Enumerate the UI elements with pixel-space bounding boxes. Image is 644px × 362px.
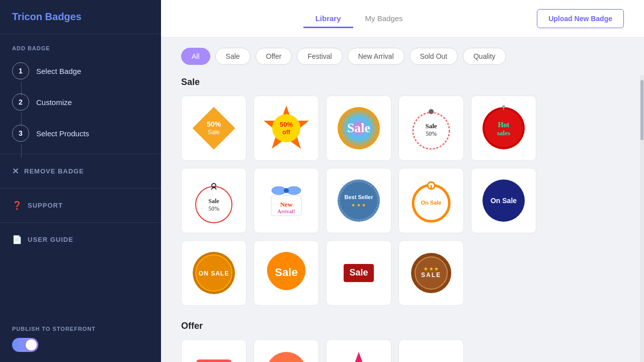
sidebar: Tricon Badges ADD BADGE 1 Select Badge 2… — [0, 0, 161, 362]
svg-text:50%: 50% — [207, 120, 221, 128]
badge-sale-6[interactable]: Sale 50% — [181, 168, 247, 233]
filter-sale[interactable]: Sale — [215, 48, 251, 65]
badge-sale-13[interactable]: Sale — [326, 240, 391, 306]
publish-toggle-container — [12, 338, 149, 352]
scroll-indicator[interactable] — [640, 75, 644, 362]
add-badge-section-label: ADD BADGE — [0, 34, 161, 55]
filter-offer[interactable]: Offer — [256, 48, 292, 65]
upload-new-badge-button[interactable]: Upload New Badge — [537, 9, 624, 28]
toggle-knob — [26, 339, 37, 350]
scroll-thumb — [640, 80, 643, 140]
badge-sale-11[interactable]: ON SALE — [181, 240, 247, 306]
badge-sale-2[interactable]: 50% off — [254, 96, 319, 161]
badge-sale-4[interactable]: Sale 50% — [398, 96, 464, 161]
tab-my-badges[interactable]: My Badges — [353, 10, 415, 28]
svg-rect-0 — [193, 107, 235, 150]
filter-quality[interactable]: Quality — [463, 48, 506, 65]
svg-point-32 — [340, 182, 378, 220]
badge-sale-7[interactable]: New Arrival! — [254, 168, 319, 233]
offer-badge-3[interactable]: OFFER — [326, 339, 391, 362]
badge-sale-12[interactable]: Sale — [254, 240, 319, 306]
svg-text:50%: 50% — [426, 130, 437, 137]
svg-text:Sale: Sale — [208, 129, 220, 136]
svg-text:★ ★ ★: ★ ★ ★ — [351, 203, 366, 208]
svg-text:off: off — [282, 129, 290, 136]
svg-text:Sale: Sale — [349, 267, 368, 278]
remove-badge-icon: ✕ — [12, 166, 19, 176]
svg-point-4 — [272, 114, 300, 142]
publish-label: PUBLISH TO STOREFRONT — [12, 326, 149, 332]
tab-group: Library My Badges — [181, 10, 537, 28]
svg-point-13 — [429, 109, 434, 114]
svg-text:On Sale: On Sale — [491, 197, 517, 205]
badge-sale-14[interactable]: ★ ★ ★ SALE — [398, 240, 464, 306]
user-guide-label: USER GUIDE — [28, 236, 73, 243]
publish-toggle[interactable] — [12, 338, 38, 352]
svg-text:Best Seller: Best Seller — [345, 194, 374, 200]
sidebar-divider-3 — [0, 222, 161, 223]
step-3-circle: 3 — [12, 125, 29, 142]
badge-sale-10[interactable]: On Sale — [471, 168, 536, 233]
step-2-circle: 2 — [12, 94, 29, 111]
step-3-label: Select Products — [36, 129, 89, 138]
sidebar-divider-2 — [0, 188, 161, 189]
publish-section: PUBLISH TO STOREFRONT — [0, 316, 161, 362]
step-2-label: Customize — [36, 98, 72, 107]
badge-sale-5[interactable]: Hot sales — [471, 96, 536, 161]
svg-text:Arrival!: Arrival! — [277, 208, 295, 214]
tab-library[interactable]: Library — [303, 10, 353, 28]
svg-text:Sale: Sale — [425, 122, 437, 130]
filter-new-arrival[interactable]: New Arrival — [348, 48, 405, 65]
svg-point-19 — [502, 105, 505, 108]
svg-point-30 — [284, 188, 289, 193]
svg-text:New: New — [280, 201, 293, 208]
offer-badge-2[interactable]: Special — [254, 339, 319, 362]
main-content: Library My Badges Upload New Badge All S… — [161, 0, 644, 362]
sale-badge-grid: 50% Sale 50% off — [181, 96, 620, 306]
filter-sold-out[interactable]: Sold Out — [410, 48, 458, 65]
filter-bar: All Sale Offer Festival New Arrival Sold… — [161, 38, 644, 75]
svg-rect-55 — [196, 359, 231, 362]
badge-sale-1[interactable]: 50% Sale — [181, 96, 247, 161]
user-guide-link[interactable]: 📄 USER GUIDE — [0, 228, 161, 251]
svg-point-28 — [272, 187, 286, 195]
support-icon: ❓ — [12, 201, 23, 210]
user-guide-icon: 📄 — [12, 235, 23, 244]
svg-text:50%: 50% — [208, 205, 219, 212]
remove-badge-link[interactable]: ✕ REMOVE BADGE — [0, 159, 161, 183]
svg-point-20 — [196, 187, 232, 223]
svg-text:50%: 50% — [280, 121, 293, 128]
svg-text:★ ★ ★: ★ ★ ★ — [424, 266, 439, 272]
filter-all[interactable]: All — [181, 48, 210, 65]
offer-section-title: Offer — [181, 321, 620, 331]
svg-text:Sale: Sale — [347, 121, 370, 135]
svg-text:ON SALE: ON SALE — [199, 270, 229, 277]
badge-sale-3[interactable]: Sale — [326, 96, 391, 161]
offer-badge-1[interactable]: OFFER — [181, 339, 247, 362]
sidebar-divider-1 — [0, 154, 161, 154]
svg-marker-59 — [336, 352, 381, 362]
svg-text:SALE: SALE — [421, 272, 441, 279]
svg-text:Sale: Sale — [275, 266, 297, 279]
main-header: Library My Badges Upload New Badge — [161, 0, 644, 38]
svg-point-29 — [287, 187, 301, 195]
step-3-select-products[interactable]: 3 Select Products — [0, 118, 161, 149]
svg-text:On Sale: On Sale — [421, 200, 442, 206]
svg-text:Sale: Sale — [208, 198, 219, 205]
app-logo: Tricon Badges — [0, 0, 161, 34]
badge-grid-area: Sale 50% Sale 50% off — [161, 75, 640, 362]
filter-festival[interactable]: Festival — [297, 48, 342, 65]
support-label: SUPPORT — [28, 202, 63, 209]
badge-sale-9[interactable]: On Sale — [398, 168, 464, 233]
svg-text:sales: sales — [497, 129, 510, 137]
grid-container: Sale 50% Sale 50% off — [161, 75, 644, 362]
step-1-select-badge[interactable]: 1 Select Badge — [0, 55, 161, 86]
step-1-label: Select Badge — [36, 67, 81, 75]
svg-point-57 — [266, 352, 306, 362]
sale-section-title: Sale — [181, 77, 620, 87]
step-1-circle: 1 — [12, 62, 29, 79]
support-link[interactable]: ❓ SUPPORT — [0, 194, 161, 217]
step-2-customize[interactable]: 2 Customize — [0, 86, 161, 118]
badge-sale-8[interactable]: Best Seller ★ ★ ★ — [326, 168, 391, 233]
offer-badge-4[interactable]: Best Offer — [398, 339, 464, 362]
